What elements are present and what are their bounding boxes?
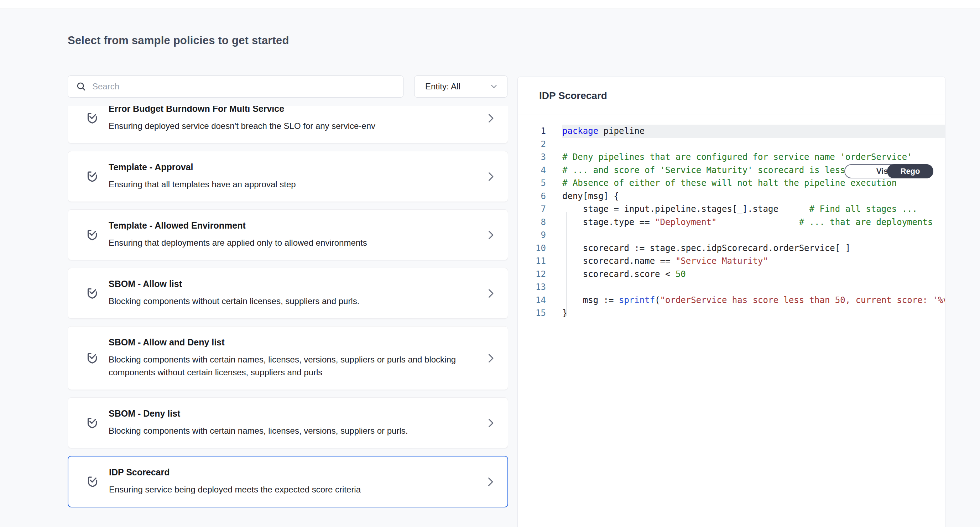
search-icon	[76, 81, 86, 92]
line-number: 12	[518, 268, 552, 281]
policy-title: Template - Allowed Environment	[108, 220, 480, 231]
page-heading: Select from sample policies to get start…	[68, 34, 289, 47]
detail-panel-title: IDP Scorecard	[539, 90, 607, 102]
policy-card-3[interactable]: Template - Allowed Environment Ensuring …	[68, 209, 508, 260]
detail-panel: IDP Scorecard 1 package pipeline 2 3 # D…	[517, 76, 945, 527]
chevron-right-icon[interactable]	[484, 112, 497, 125]
policy-list: Error Budget Burndown For Multi Service …	[68, 106, 508, 521]
code-line: 1 package pipeline	[518, 125, 945, 138]
chevron-right-icon[interactable]	[484, 229, 497, 241]
policy-card-7[interactable]: IDP Scorecard Ensuring service being dep…	[68, 456, 508, 508]
code-line: 12 scorecard.score < 50	[518, 268, 945, 281]
policy-title: SBOM - Allow list	[108, 279, 480, 289]
chevron-right-icon[interactable]	[484, 287, 497, 300]
toggle-option-rego[interactable]: Rego	[887, 164, 933, 178]
policy-description: Ensuring that deployments are applied on…	[108, 236, 468, 249]
detail-header: IDP Scorecard	[518, 77, 945, 115]
shield-check-icon	[85, 111, 99, 125]
policy-title: SBOM - Deny list	[108, 408, 480, 419]
code-line: 14 msg := sprintf("orderService has scor…	[518, 294, 945, 307]
line-number: 2	[518, 138, 552, 151]
code-line-content: scorecard := stage.spec.idpScorecard.ord…	[562, 242, 945, 255]
policy-title: Template - Approval	[108, 162, 480, 172]
shield-check-icon	[85, 169, 99, 184]
search-box[interactable]	[68, 75, 404, 97]
policy-title: SBOM - Allow and Deny list	[108, 337, 480, 347]
shield-check-icon	[85, 351, 99, 365]
code-editor[interactable]: 1 package pipeline 2 3 # Deny pipelines …	[518, 115, 945, 527]
code-line-content: msg := sprintf("orderService has score l…	[562, 294, 945, 307]
code-line: 10 scorecard := stage.spec.idpScorecard.…	[518, 242, 945, 255]
line-number: 11	[518, 255, 552, 268]
code-line: 5 # Absence of either of these will not …	[518, 177, 945, 190]
code-line-content: stage = input.pipeline.stages[_].stage #…	[562, 202, 945, 216]
policy-title: Error Budget Burndown For Multi Service	[108, 106, 480, 114]
code-line: 7 stage = input.pipeline.stages[_].stage…	[518, 202, 945, 216]
view-toggle: Visual Rego	[844, 164, 933, 178]
policy-title: IDP Scorecard	[109, 467, 480, 478]
top-nav-strip	[0, 0, 980, 9]
chevron-right-icon[interactable]	[484, 417, 497, 430]
line-number: 14	[518, 294, 552, 307]
code-line: 6 deny[msg] {	[518, 190, 945, 203]
policy-description: Ensuring that all templates have an appr…	[108, 178, 468, 191]
code-line-content: scorecard.name == "Service Maturity"	[562, 255, 945, 268]
code-line-content	[562, 138, 945, 151]
policy-description: Ensuring deployed service doesn't breach…	[108, 119, 468, 132]
code-line-content: }	[562, 307, 945, 320]
policy-description: Ensuring service being deployed meets th…	[109, 483, 469, 496]
line-number: 6	[518, 190, 552, 203]
line-number: 7	[518, 202, 552, 216]
entity-filter-value: Entity: All	[425, 81, 460, 92]
chevron-right-icon[interactable]	[484, 475, 497, 488]
code-line: 11 scorecard.name == "Service Maturity"	[518, 255, 945, 268]
line-number: 15	[518, 307, 552, 320]
policy-card-4[interactable]: SBOM - Allow list Blocking components wi…	[68, 268, 508, 319]
policy-description: Blocking components without certain lice…	[108, 295, 468, 308]
chevron-right-icon[interactable]	[484, 352, 497, 365]
code-line-content: scorecard.score < 50	[562, 268, 945, 281]
shield-check-icon	[86, 474, 100, 489]
code-line-content	[562, 280, 945, 294]
entity-filter-dropdown[interactable]: Entity: All	[414, 75, 508, 97]
code-line-content: package pipeline	[562, 125, 945, 138]
policy-description: Blocking components with certain names, …	[108, 353, 468, 379]
line-number: 8	[518, 216, 552, 229]
line-number: 4	[518, 164, 552, 177]
code-line-content	[562, 229, 945, 242]
policy-card-2[interactable]: Template - Approval Ensuring that all te…	[68, 151, 508, 202]
line-number: 3	[518, 151, 552, 164]
code-line: 15 }	[518, 307, 945, 320]
shield-check-icon	[85, 228, 99, 242]
shield-check-icon	[85, 416, 99, 430]
line-number: 10	[518, 242, 552, 255]
code-line-content: stage.type == "Deployment" # ... that ar…	[562, 216, 945, 229]
code-line: 3 # Deny pipelines that are configured f…	[518, 151, 945, 164]
policy-card-5[interactable]: SBOM - Allow and Deny list Blocking comp…	[68, 326, 508, 390]
code-line: 2	[518, 138, 945, 151]
policy-card-6[interactable]: SBOM - Deny list Blocking components wit…	[68, 397, 508, 448]
code-line-content: # Deny pipelines that are configured for…	[562, 151, 945, 164]
line-number: 1	[518, 125, 552, 138]
indent-guide	[566, 212, 566, 316]
search-input[interactable]	[92, 81, 395, 92]
line-number: 9	[518, 229, 552, 242]
shield-check-icon	[85, 286, 99, 301]
code-line-content: deny[msg] {	[562, 190, 945, 203]
line-number: 5	[518, 177, 552, 190]
chevron-down-icon	[489, 82, 498, 91]
code-lines: 1 package pipeline 2 3 # Deny pipelines …	[518, 125, 945, 320]
policy-card-1[interactable]: Error Budget Burndown For Multi Service …	[68, 106, 508, 143]
policy-description: Blocking components with certain names, …	[108, 424, 468, 437]
code-line: 8 stage.type == "Deployment" # ... that …	[518, 216, 945, 229]
line-number: 13	[518, 280, 552, 294]
code-line-content: # Absence of either of these will not ha…	[562, 177, 945, 190]
code-line: 9	[518, 229, 945, 242]
chevron-right-icon[interactable]	[484, 170, 497, 183]
code-line: 13	[518, 280, 945, 294]
